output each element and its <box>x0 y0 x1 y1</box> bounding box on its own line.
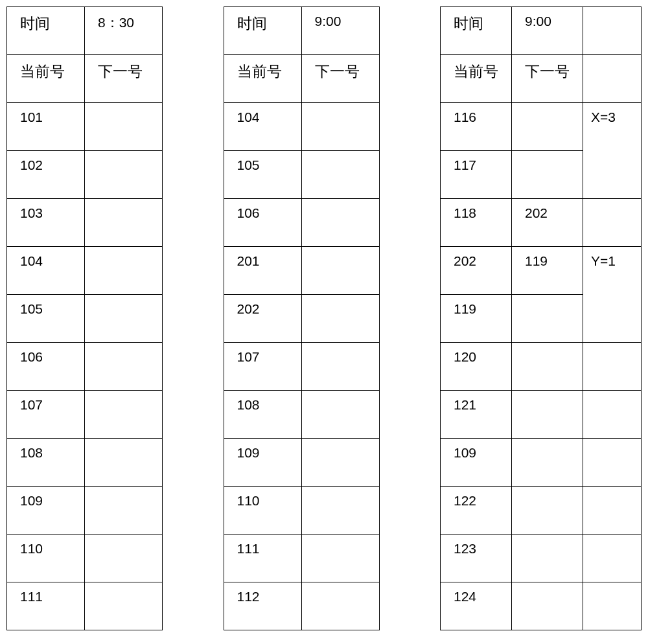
data-row: 120 <box>441 343 642 391</box>
current-num: 106 <box>224 199 301 247</box>
next-num: 119 <box>512 247 583 295</box>
header-row-time: 时间 9:00 <box>224 7 379 55</box>
current-num: 108 <box>224 391 301 439</box>
data-row: 110 <box>224 487 379 535</box>
extra-cell <box>583 343 642 391</box>
next-num <box>301 487 379 535</box>
data-row: 106 <box>224 199 379 247</box>
next-num <box>85 487 163 535</box>
queue-table-b: 时间 9:00 当前号 下一号 104 105 106 201 202 107 … <box>224 6 380 630</box>
next-label: 下一号 <box>301 55 379 103</box>
header-row-columns: 当前号 下一号 <box>441 55 642 103</box>
current-num: 104 <box>7 247 85 295</box>
extra-cell <box>583 391 642 439</box>
data-row: 123 <box>441 535 642 582</box>
data-row: 111 <box>7 582 163 630</box>
next-num <box>85 439 163 487</box>
current-num: 123 <box>441 535 512 582</box>
tables-container: 时间 8：30 当前号 下一号 101 102 103 104 105 106 … <box>6 6 642 630</box>
extra-cell <box>583 439 642 487</box>
next-num <box>85 535 163 582</box>
current-label: 当前号 <box>441 55 512 103</box>
header-row-time: 时间 8：30 <box>7 7 163 55</box>
extra-cell <box>583 7 642 55</box>
data-row: 109 <box>441 439 642 487</box>
data-row: 105 <box>224 151 379 199</box>
data-row: 107 <box>7 391 163 439</box>
time-value: 9:00 <box>512 7 583 55</box>
current-num: 107 <box>7 391 85 439</box>
data-row: 124 <box>441 582 642 630</box>
data-row: 104 <box>224 103 379 151</box>
next-num <box>301 295 379 343</box>
next-num <box>85 151 163 199</box>
next-num <box>301 535 379 582</box>
data-row: 202 <box>224 295 379 343</box>
current-num: 117 <box>441 151 512 199</box>
queue-table-a: 时间 8：30 当前号 下一号 101 102 103 104 105 106 … <box>6 6 163 630</box>
next-num <box>301 151 379 199</box>
data-row: 202 119 Y=1 <box>441 247 642 295</box>
data-row: 111 <box>224 535 379 582</box>
current-num: 119 <box>441 295 512 343</box>
current-num: 111 <box>224 535 301 582</box>
next-num <box>301 247 379 295</box>
time-label: 时间 <box>7 7 85 55</box>
next-num <box>85 247 163 295</box>
extra-cell <box>583 199 642 247</box>
next-label: 下一号 <box>85 55 163 103</box>
current-label: 当前号 <box>224 55 301 103</box>
header-row-time: 时间 9:00 <box>441 7 642 55</box>
data-row: 108 <box>7 439 163 487</box>
data-row: 116 X=3 <box>441 103 642 151</box>
data-row: 107 <box>224 343 379 391</box>
current-num: 122 <box>441 487 512 535</box>
data-row: 102 <box>7 151 163 199</box>
data-row: 105 <box>7 295 163 343</box>
data-row: 201 <box>224 247 379 295</box>
next-num: 202 <box>512 199 583 247</box>
next-num <box>301 343 379 391</box>
data-row: 106 <box>7 343 163 391</box>
current-num: 101 <box>7 103 85 151</box>
queue-table-c: 时间 9:00 当前号 下一号 116 X=3 117 118 202 202 … <box>440 6 642 630</box>
time-value: 8：30 <box>85 7 163 55</box>
data-row: 118 202 <box>441 199 642 247</box>
annotation-y: Y=1 <box>583 247 642 343</box>
current-label: 当前号 <box>7 55 85 103</box>
current-num: 104 <box>224 103 301 151</box>
next-num <box>301 582 379 630</box>
current-num: 105 <box>224 151 301 199</box>
current-num: 107 <box>224 343 301 391</box>
next-num <box>512 535 583 582</box>
extra-cell <box>583 582 642 630</box>
next-num <box>301 103 379 151</box>
current-num: 202 <box>441 247 512 295</box>
next-num <box>301 199 379 247</box>
next-num <box>85 391 163 439</box>
annotation-x: X=3 <box>583 103 642 199</box>
extra-cell <box>583 487 642 535</box>
next-label: 下一号 <box>512 55 583 103</box>
current-num: 120 <box>441 343 512 391</box>
data-row: 103 <box>7 199 163 247</box>
current-num: 108 <box>7 439 85 487</box>
next-num <box>512 391 583 439</box>
current-num: 110 <box>224 487 301 535</box>
next-num <box>85 343 163 391</box>
current-num: 112 <box>224 582 301 630</box>
data-row: 109 <box>224 439 379 487</box>
data-row: 104 <box>7 247 163 295</box>
current-num: 110 <box>7 535 85 582</box>
current-num: 109 <box>224 439 301 487</box>
next-num <box>512 582 583 630</box>
extra-cell <box>583 55 642 103</box>
next-num <box>85 295 163 343</box>
current-num: 102 <box>7 151 85 199</box>
current-num: 202 <box>224 295 301 343</box>
time-label: 时间 <box>224 7 301 55</box>
current-num: 121 <box>441 391 512 439</box>
next-num <box>512 487 583 535</box>
current-num: 116 <box>441 103 512 151</box>
current-num: 105 <box>7 295 85 343</box>
